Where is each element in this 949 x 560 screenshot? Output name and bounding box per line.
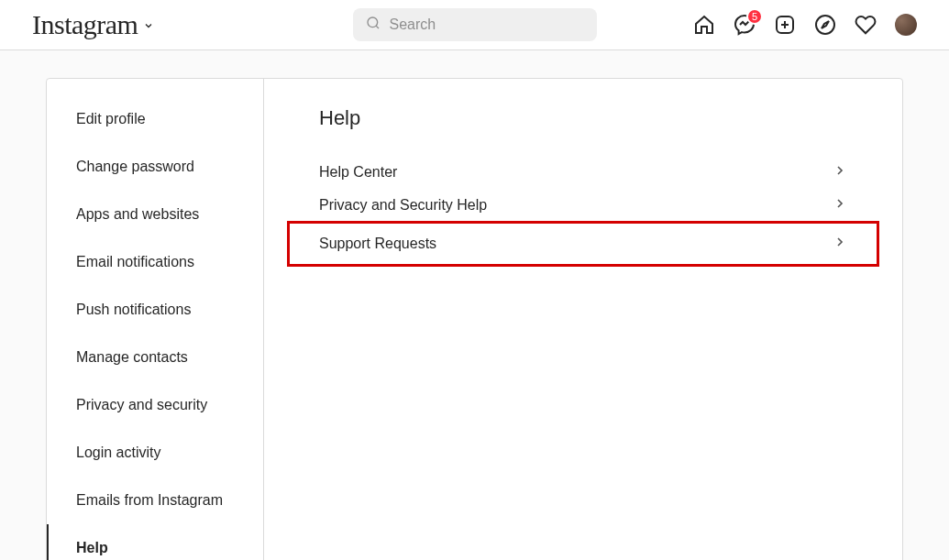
sidebar-item-email-notifications[interactable]: Email notifications [47, 238, 263, 286]
sidebar-item-label: Edit profile [76, 111, 146, 126]
sidebar-item-label: Push notifications [76, 302, 191, 317]
help-item-label: Support Requests [319, 236, 436, 252]
svg-line-1 [376, 26, 379, 28]
page: Edit profile Change password Apps and we… [0, 50, 949, 560]
sidebar-item-apps-websites[interactable]: Apps and websites [47, 191, 263, 238]
svg-point-5 [816, 16, 834, 34]
svg-marker-6 [822, 21, 829, 28]
sidebar-item-manage-contacts[interactable]: Manage contacts [47, 334, 263, 381]
home-icon[interactable] [693, 14, 715, 36]
chevron-right-icon [833, 163, 847, 181]
search-input[interactable] [390, 16, 584, 33]
sidebar-item-label: Privacy and security [76, 397, 207, 412]
sidebar-item-change-password[interactable]: Change password [47, 143, 263, 191]
sidebar-item-edit-profile[interactable]: Edit profile [47, 95, 263, 143]
instagram-logo: Instagram [32, 9, 138, 40]
sidebar-item-push-notifications[interactable]: Push notifications [47, 286, 263, 334]
sidebar-item-login-activity[interactable]: Login activity [47, 429, 263, 477]
help-item-label: Privacy and Security Help [319, 197, 487, 214]
top-navigation: Instagram 5 [0, 0, 949, 50]
help-list: Help Center Privacy and Security Help Su… [319, 156, 847, 266]
svg-point-0 [368, 17, 378, 27]
search-icon [366, 16, 381, 34]
settings-card: Edit profile Change password Apps and we… [46, 78, 903, 560]
sidebar-item-privacy-security[interactable]: Privacy and security [47, 381, 263, 429]
avatar[interactable] [895, 14, 917, 36]
help-item-support-requests[interactable]: Support Requests [292, 225, 875, 262]
settings-sidebar: Edit profile Change password Apps and we… [47, 79, 264, 560]
sidebar-item-label: Email notifications [76, 254, 194, 269]
logo-dropdown[interactable]: Instagram [32, 9, 154, 40]
help-item-privacy-security-help[interactable]: Privacy and Security Help [319, 189, 847, 222]
chevron-down-icon [143, 18, 154, 35]
messenger-icon[interactable]: 5 [734, 14, 756, 36]
sidebar-item-label: Emails from Instagram [76, 492, 223, 508]
chevron-right-icon [833, 235, 847, 253]
help-item-help-center[interactable]: Help Center [319, 156, 847, 189]
sidebar-item-label: Apps and websites [76, 206, 199, 222]
sidebar-item-emails-instagram[interactable]: Emails from Instagram [47, 477, 263, 524]
content-panel: Help Help Center Privacy and Security He… [264, 79, 902, 560]
sidebar-item-label: Login activity [76, 445, 161, 460]
page-title: Help [319, 106, 847, 130]
sidebar-item-help[interactable]: Help [47, 524, 263, 560]
help-item-label: Help Center [319, 164, 397, 181]
search-box[interactable] [353, 8, 597, 41]
nav-icons: 5 [693, 14, 917, 36]
sidebar-item-label: Manage contacts [76, 349, 188, 365]
chevron-right-icon [833, 196, 847, 214]
explore-icon[interactable] [814, 14, 836, 36]
activity-icon[interactable] [855, 14, 877, 36]
sidebar-item-label: Change password [76, 159, 194, 174]
search-container [353, 8, 597, 41]
notification-badge: 5 [746, 8, 763, 25]
new-post-icon[interactable] [774, 14, 796, 36]
sidebar-item-label: Help [76, 540, 108, 555]
